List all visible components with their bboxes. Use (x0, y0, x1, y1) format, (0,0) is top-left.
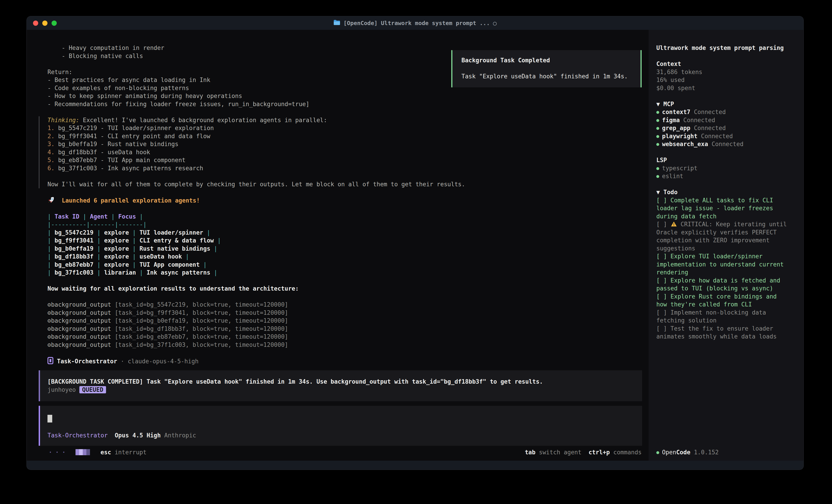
text-segment: context7 (662, 109, 690, 115)
text-segment: | (48, 213, 54, 220)
text-segment: Thinking: (48, 117, 79, 123)
terminal-line: | bg_5547c219 | explore | TUI loader/spi… (48, 229, 649, 237)
text-segment: | (94, 237, 104, 244)
text-segment: useData hook (139, 253, 182, 260)
text-segment: $0.00 spent (656, 85, 695, 91)
text-segment: | (182, 253, 189, 260)
text-segment (108, 432, 114, 439)
conversation-scroll[interactable]: - Heavy computation in render - Blocking… (27, 30, 649, 446)
text-segment: [ ] Complete ALL tasks to fix CLI loader… (656, 197, 777, 220)
text-segment: | (94, 229, 104, 236)
text-segment: junhoyeo (48, 386, 79, 393)
text-segment: bg_df18bb3f (54, 253, 94, 260)
terminal-line: LSP (656, 156, 787, 164)
terminal-line: 2. bg_f9ff3041 - CLI entry point and dat… (48, 132, 649, 140)
keyboard-hints: tab switch agent ctrl+p commands (525, 448, 642, 456)
text-segment (76, 449, 79, 455)
text-segment: ▼ MCP (656, 101, 674, 108)
text-segment: Agent (90, 213, 108, 220)
terminal-line: - Recommendations for fixing loader free… (48, 100, 649, 108)
terminal-line: ● websearch_exa Connected (656, 140, 787, 148)
terminal-line: [ ] Complete ALL tasks to fix CLI loader… (656, 196, 787, 221)
terminal-line (48, 172, 649, 180)
close-button[interactable] (33, 21, 38, 26)
app-window: [OpenCode] Ultrawork mode system prompt … (27, 16, 804, 470)
assistant-message-body: Launched 6 parallel exploration agents!|… (48, 188, 649, 365)
terminal-pane[interactable]: - Heavy computation in render - Blocking… (27, 30, 649, 460)
background-task-message: [BACKGROUND TASK COMPLETED] Task "Explor… (38, 370, 642, 401)
text-segment: 6. (48, 165, 54, 172)
text-segment (48, 415, 52, 422)
text-segment: | (79, 213, 90, 220)
text-segment: Ink async patterns (147, 269, 210, 276)
terminal-line: |----------|-------|-------| (48, 221, 649, 229)
thinking-block: Thinking: Excellent! I've launched 6 bac… (38, 116, 649, 189)
text-segment: [ ] Test the fix to ensure loader animat… (656, 325, 777, 340)
text-segment: | (94, 253, 104, 260)
text-segment: [ ] Implement non-blocking data fetching… (656, 309, 770, 324)
terminal-line (656, 180, 787, 189)
text-segment: ● (656, 141, 662, 147)
minimize-button[interactable] (42, 21, 48, 26)
text-segment: [task_id=bg_eb87ebb7, block=true, timeou… (114, 333, 288, 340)
terminal-line: ▼ Todo (656, 188, 787, 196)
notification-toast[interactable]: Background Task CompletedTask "Explore u… (451, 50, 642, 87)
text-segment (86, 449, 90, 455)
text-segment: explore (104, 229, 129, 236)
text-segment: - Best practices for async data loading … (48, 77, 210, 83)
text-segment: bg_eb87ebb7 - TUI App main component (54, 157, 185, 164)
terminal-line: ● eslint (656, 172, 787, 180)
terminal-line: ● grep_app Connected (656, 124, 787, 132)
terminal-line: [ ] Explore TUI loader/spinner implement… (656, 252, 787, 277)
zoom-button[interactable] (52, 21, 57, 26)
text-segment: typescript (662, 165, 698, 172)
text-segment: - How to keep spinner animating during h… (48, 92, 242, 100)
text-segment: [task_id=bg_37f1c003, block=true, timeou… (114, 341, 288, 348)
text-segment: [ ] Explore TUI loader/spinner implement… (656, 253, 787, 276)
text-segment: [task_id=bg_5547c219, block=true, timeou… (114, 301, 288, 308)
text-segment: Connected (691, 109, 726, 115)
text-segment: explore (104, 237, 129, 244)
terminal-line: [ ] CRITICAL: Keep iterating until Oracl… (656, 220, 787, 252)
terminal-line: ⚙background_output [task_id=bg_b0effa19,… (48, 317, 649, 325)
text-segment: 3. (48, 141, 54, 147)
text-segment: Launched 6 parallel exploration agents! (55, 197, 200, 204)
text-segment: | (214, 237, 221, 244)
spinner-and-interrupt-hint: ··· esc interrupt (49, 448, 147, 456)
text-segment: Open (662, 449, 676, 456)
text-segment: | (48, 269, 54, 276)
terminal-line (48, 188, 649, 196)
text-segment: Excellent! I've launched 6 background ex… (79, 117, 327, 123)
text-segment: commands (610, 449, 642, 456)
titlebar[interactable]: [OpenCode] Ultrawork mode system prompt … (27, 16, 804, 30)
panes: - Heavy computation in render - Blocking… (27, 30, 804, 460)
terminal-line: | Task ID | Agent | Focus | (48, 213, 649, 221)
text-segment: QUEUED (79, 386, 106, 393)
terminal-line: Background Task Completed (462, 56, 641, 64)
text-segment: ● (656, 166, 662, 171)
text-segment: bg_eb87ebb7 (54, 261, 94, 268)
text-segment (83, 449, 86, 455)
traffic-lights (33, 16, 57, 30)
text-segment: bg_b0effa19 (54, 245, 94, 252)
icon-rocket (48, 197, 55, 204)
terminal-line: - How to keep spinner animating during h… (48, 92, 649, 100)
text-segment: bg_df18bb3f - useData hook (54, 149, 150, 156)
terminal-line: ● figma Connected (656, 116, 787, 124)
terminal-line: ⚙background_output [task_id=bg_37f1c003,… (48, 341, 649, 349)
terminal-line (48, 293, 649, 301)
sidebar-footer: ● OpenCode 1.0.152 (656, 446, 719, 459)
text-segment: explore (104, 261, 129, 268)
text-segment: Focus (118, 213, 136, 220)
terminal-line: [BACKGROUND TASK COMPLETED] Task "Explor… (48, 378, 642, 386)
prompt-input[interactable]: Task-Orchestrator Opus 4.5 High Anthropi… (38, 406, 642, 446)
text-segment: 1.0.152 (691, 449, 719, 456)
text-segment: ⚙ (48, 333, 51, 340)
status-bar: ··· esc interrupt tab switch agent ctrl+… (27, 446, 649, 459)
text-segment: background_output (51, 317, 115, 324)
text-segment: | (108, 213, 118, 220)
text-segment: | (48, 261, 54, 268)
terminal-line: ··· esc interrupt (49, 448, 147, 456)
terminal-line: Now waiting for all exploration results … (48, 285, 649, 293)
text-segment (90, 449, 101, 456)
